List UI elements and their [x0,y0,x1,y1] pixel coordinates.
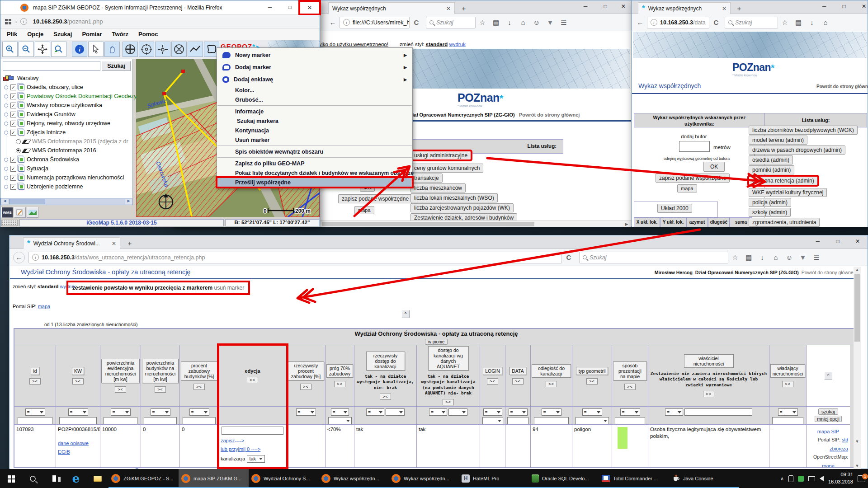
sort-button[interactable]: >< [586,378,598,385]
maximize-button[interactable]: □ [595,0,615,12]
sort-button[interactable]: >< [487,378,498,385]
menu-item-pokaz-liste[interactable]: Pokaż listę doczytanych działek i budynk… [217,168,412,178]
service-szkoly[interactable]: szkoły (admin) [749,208,791,217]
action-center-icon[interactable]: 1 [858,475,865,482]
sort-button[interactable]: >< [155,386,166,393]
smiley-icon[interactable]: ☺ [530,19,543,26]
url-row[interactable]: › i 10.168.250.3/poznan1.php [0,15,320,28]
menu-item-usun-marker[interactable]: Usuń marker [217,135,412,145]
reload-icon[interactable]: C [709,19,723,26]
menu-item-dodaj-marker[interactable]: Dodaj marker▶ [217,61,412,73]
circle-x-icon[interactable] [171,42,187,57]
filter-op-select[interactable]: = [509,408,528,416]
sort-button[interactable]: >< [247,377,258,383]
circle-quad-icon[interactable] [123,42,138,57]
file-explorer-icon[interactable] [87,469,108,488]
style-wydruk-link[interactable]: wydruk [449,42,465,47]
mapa-sip-link[interactable]: mapa SIP [808,428,848,435]
sort-button[interactable]: >< [782,381,793,387]
maximize-button[interactable]: □ [828,235,848,247]
menu-item-szukaj-markera[interactable]: Szukaj markera [217,116,412,126]
map-button[interactable]: mapa [677,184,697,192]
layer-uzbrojenie[interactable]: ✓Uzbrojenie podziemne [4,182,83,191]
service-model-terenu[interactable]: model terenu (admin) [749,136,807,145]
tab-wykaz[interactable]: Wykaz współrzędnych ✕ [328,2,455,14]
egib-link[interactable]: EGiB [58,449,70,455]
new-tab-button[interactable]: + [734,3,745,13]
back-home-link[interactable]: Powrót do strony głównej [816,84,868,89]
layer-osiedla[interactable]: ✓Osiedla, obszary, ulice [4,83,83,92]
menu-icon[interactable]: ☰ [810,253,823,262]
new-tab-button[interactable]: + [458,3,469,13]
select-cursor-icon[interactable] [88,42,104,57]
zoom-in-icon[interactable] [2,42,18,57]
ok-button[interactable]: OK [703,162,725,172]
smiley-icon[interactable]: ☺ [783,253,796,261]
info-icon[interactable]: i [343,19,350,26]
info-icon[interactable]: i [32,254,39,261]
save-coords-button[interactable]: zapisz podane współrzędne [338,194,412,203]
scroll-top-button[interactable]: ^ [824,372,832,380]
polyline-icon[interactable] [188,42,203,57]
tray-network-icon[interactable] [808,476,815,481]
menu-plik[interactable]: Plik [7,31,17,38]
portal-map-link[interactable]: mapa [38,304,51,309]
filter-input[interactable] [772,417,803,424]
sort-button[interactable]: >< [624,384,636,390]
menu-item-przeslij-wspolrzedne[interactable]: Prześlij współrzędne [217,178,412,187]
filter-input[interactable] [615,417,645,424]
expander-icon[interactable] [4,185,8,189]
downloads-icon[interactable]: ↓ [755,253,769,261]
home-icon[interactable]: ⌂ [516,19,530,26]
filter-op-select[interactable]: = [542,408,561,416]
filter-select[interactable] [328,417,352,424]
reload-icon[interactable]: C [562,253,576,261]
remove-marker-link[interactable]: usuń marker [214,285,244,291]
taskbar-wykaz-1[interactable]: Wykaz współrzędn... [319,469,389,488]
info-tool-icon[interactable]: i [72,42,87,57]
filter-op-select[interactable]: = [25,408,45,416]
uklad-2000-button[interactable]: Układ 2000 [657,204,692,213]
menu-icon[interactable]: ☰ [557,19,571,27]
filter-input[interactable] [684,408,752,416]
sort-button[interactable]: >< [115,386,126,393]
url-bar[interactable]: i 10.168.250.3/data [647,17,709,28]
service-pomniki[interactable]: pomniki (admin) [749,165,794,174]
filter-select[interactable] [576,417,609,424]
tree-scrollbar[interactable]: ◀ ▶ [0,198,133,205]
zoom-previous-icon[interactable] [51,42,66,57]
minimize-button[interactable]: ─ [814,0,834,12]
expander-icon[interactable] [4,131,8,135]
filter-input[interactable] [534,417,569,424]
layer-ochrona[interactable]: ✓Ochrona Środowiska [4,155,79,164]
start-button[interactable] [0,469,22,488]
sort-button[interactable]: >< [72,378,84,385]
taskbar-oracle[interactable]: Oracle SQL Develo... [529,469,599,488]
taskbar-zgikm[interactable]: ZGiKM GEOPOZ - S... [108,469,179,488]
service-ceny-gruntow[interactable]: ceny gruntów komunalnych [410,164,483,173]
layer-sytuacja[interactable]: ✓Sytuacja [4,164,48,173]
bookmarks-icon[interactable]: ▤ [792,19,805,27]
filter-op-select[interactable]: = [429,408,447,416]
menu-pomiar[interactable]: Pomiar [82,31,102,38]
filter-op-select[interactable]: = [483,408,502,416]
filter-input[interactable] [144,417,176,424]
clock[interactable]: 09:3116.03.2018 [828,471,853,486]
edge-icon[interactable]: e [65,469,87,488]
expander-icon[interactable] [4,176,8,180]
filter-op-select[interactable]: = [778,408,798,416]
sort-button[interactable]: >< [703,391,714,397]
filter-select[interactable] [482,417,503,424]
service-wkf[interactable]: WKF wydział kultury fizycznej [749,188,827,197]
circle-target-icon[interactable] [139,42,154,57]
layer-rejony[interactable]: ✓Rejony, rewiry, obwody urzędowe [4,119,110,128]
reload-icon[interactable]: C [410,19,423,26]
layer-ewidencja[interactable]: ✓Ewidencja Gruntów [4,110,75,119]
menu-tworz[interactable]: Twórz [112,31,129,38]
resize-grip[interactable] [1,220,18,226]
expander-icon[interactable] [4,158,8,162]
search-box[interactable]: Szukaj [579,252,728,263]
vertical-scrollbar[interactable]: ▲ ▼ ▼ [854,267,861,469]
map-button[interactable]: mapa [354,206,374,214]
save-coords-button[interactable]: zapisz podane współrzędne [656,174,730,183]
